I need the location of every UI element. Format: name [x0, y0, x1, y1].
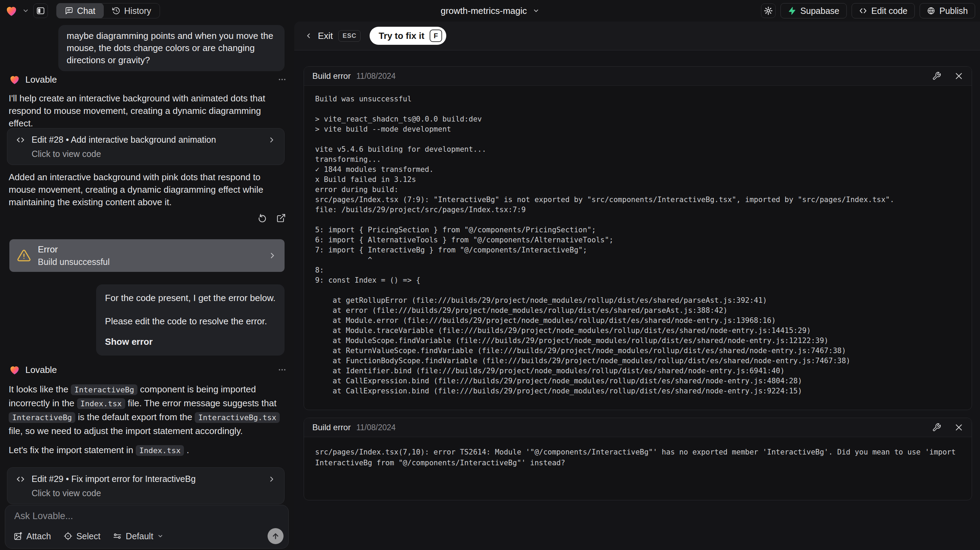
edit-code-button[interactable]: Edit code: [851, 3, 915, 18]
arrow-up-icon: [271, 532, 280, 540]
edit-card-title: Edit #29 • Fix import error for Interact…: [32, 474, 196, 484]
chevron-right-icon: [267, 475, 276, 483]
fix-wrench-icon[interactable]: [932, 72, 941, 81]
build-error-panel-2: Build error 11/08/2024 src/pages/Index.t…: [304, 418, 972, 501]
workspace-chevron-down-icon[interactable]: [22, 7, 29, 14]
mode-selector[interactable]: Default: [113, 531, 163, 541]
assistant-name: Lovable: [25, 365, 57, 375]
error-card-title: Error: [38, 244, 110, 255]
edit-code-label: Edit code: [871, 6, 907, 16]
chevron-left-icon: [305, 32, 312, 40]
tab-history-label: History: [124, 6, 151, 16]
globe-icon: [927, 6, 935, 15]
build-error-card[interactable]: Error Build unsuccessful: [10, 239, 285, 272]
tab-chat-label: Chat: [77, 6, 95, 16]
fix-wrench-icon[interactable]: [932, 423, 941, 432]
show-error-link[interactable]: Show error: [105, 336, 275, 348]
settings-button[interactable]: [761, 3, 776, 18]
try-to-fix-label: Try to fix it: [379, 30, 424, 41]
project-name: growth-metrics-magic: [441, 6, 527, 16]
user-message: maybe diagramming points and when you mo…: [58, 25, 285, 71]
build-error-log: Build was unsuccessful > vite_react_shad…: [304, 86, 972, 405]
f-key-badge: F: [430, 30, 442, 42]
ts-error-text: src/pages/Index.tsx(7,10): error TS2614:…: [304, 437, 972, 478]
panel-title: Build error: [312, 71, 351, 81]
code-brackets-icon: [859, 6, 867, 15]
inline-code: InteractiveBg: [71, 384, 137, 395]
assistant-fix-explanation: It looks like the InteractiveBg componen…: [9, 383, 286, 437]
lovable-avatar-heart-icon: [9, 73, 21, 85]
history-clock-icon: [112, 6, 121, 15]
esc-key-badge: ESC: [338, 30, 361, 41]
open-preview-external-link-icon[interactable]: [276, 213, 286, 223]
code-brackets-icon: [16, 474, 25, 484]
exit-label: Exit: [318, 30, 333, 41]
topbar: Chat History growth-metrics-magic: [0, 0, 980, 22]
edit-card-subtitle: Click to view code: [32, 149, 276, 159]
inline-code: Index.tsx: [77, 398, 125, 409]
edit-card-subtitle: Click to view code: [32, 488, 276, 498]
attach-image-icon: [14, 532, 22, 540]
chat-history-tabgroup: Chat History: [56, 3, 160, 18]
assistant-summary-text: Added an interactive background with pin…: [9, 171, 286, 208]
assistant-fix-statement: Let's fix the import statement in Index.…: [9, 444, 286, 457]
user-message: For the code present, I get the error be…: [96, 284, 285, 356]
assistant-name: Lovable: [25, 74, 57, 85]
project-switcher[interactable]: growth-metrics-magic: [441, 6, 539, 16]
build-error-panel-1: Build error 11/08/2024 Build was unsucce…: [304, 66, 972, 410]
inline-code: InteractiveBg: [9, 412, 75, 423]
lovable-logo-heart-icon[interactable]: [5, 4, 18, 18]
close-icon[interactable]: [954, 423, 963, 432]
project-chevron-down-icon: [532, 7, 539, 14]
chevron-right-icon: [268, 251, 277, 260]
message-more-menu-icon[interactable]: [278, 365, 286, 374]
chat-bubble-icon: [65, 6, 73, 15]
exit-button[interactable]: Exit ESC: [305, 30, 361, 41]
sidebar-panel-icon: [36, 6, 45, 15]
assistant-intro-text: I'll help create an interactive backgrou…: [9, 92, 286, 129]
chevron-right-icon: [267, 136, 276, 144]
lovable-avatar-heart-icon: [9, 364, 21, 376]
mode-chevron-down-icon: [157, 533, 164, 539]
panel-title: Build error: [312, 422, 351, 432]
assistant-message-header: Lovable: [9, 73, 286, 85]
code-brackets-icon: [16, 135, 25, 145]
chat-panel: maybe diagramming points and when you mo…: [0, 22, 294, 550]
error-card-subtitle: Build unsuccessful: [38, 257, 110, 267]
inline-code: InteractiveBg.tsx: [195, 412, 280, 423]
publish-label: Publish: [939, 6, 968, 16]
tab-chat[interactable]: Chat: [57, 3, 104, 18]
message-more-menu-icon[interactable]: [278, 75, 286, 84]
restore-rotate-ccw-icon[interactable]: [257, 213, 267, 223]
message-actions: [257, 213, 286, 223]
try-to-fix-button[interactable]: Try to fix it F: [369, 27, 446, 45]
publish-button[interactable]: Publish: [920, 3, 975, 18]
edit-card-29[interactable]: Edit #29 • Fix import error for Interact…: [7, 467, 285, 504]
overlay-body: Build error 11/08/2024 Build was unsucce…: [294, 51, 980, 550]
edit-card-title: Edit #28 • Add interactive background an…: [32, 135, 216, 145]
supabase-button[interactable]: Supabase: [780, 3, 847, 18]
warning-triangle-icon: [17, 249, 31, 263]
select-crosshair-icon: [64, 532, 73, 540]
fix-error-overlay: Exit ESC Try to fix it F Build error 11/…: [294, 22, 980, 550]
attach-button[interactable]: Attach: [14, 531, 51, 541]
assistant-message-header: Lovable: [9, 364, 286, 376]
mode-label: Default: [126, 531, 153, 541]
send-button[interactable]: [267, 528, 283, 544]
supabase-bolt-icon: [788, 6, 796, 15]
sliders-icon: [113, 532, 122, 540]
overlay-header: Exit ESC Try to fix it F: [294, 22, 980, 50]
close-icon[interactable]: [954, 72, 963, 81]
panel-date: 11/08/2024: [356, 72, 396, 81]
composer: Attach Select Default: [5, 505, 289, 548]
tab-history[interactable]: History: [104, 3, 160, 18]
gear-icon: [764, 6, 773, 15]
edit-card-28[interactable]: Edit #28 • Add interactive background an…: [7, 128, 285, 165]
panel-date: 11/08/2024: [356, 423, 396, 432]
inline-code: Index.tsx: [136, 445, 184, 456]
select-label: Select: [76, 531, 100, 541]
attach-label: Attach: [26, 531, 51, 541]
ask-lovable-input[interactable]: [14, 511, 279, 521]
toggle-sidebar-button[interactable]: [33, 3, 48, 18]
select-button[interactable]: Select: [64, 531, 100, 541]
